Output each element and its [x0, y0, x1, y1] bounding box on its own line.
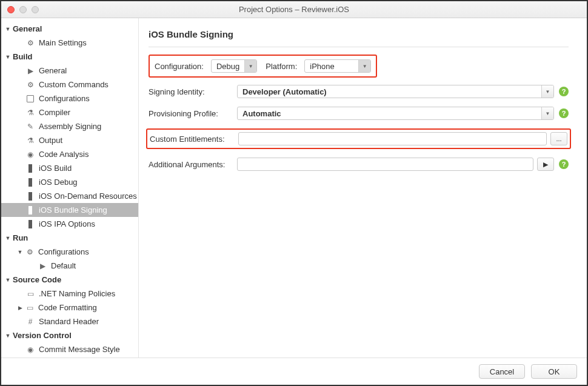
sidebar-item-configurations[interactable]: Configurations — [1, 92, 138, 105]
sidebar-item-label: iOS Bundle Signing — [39, 205, 107, 215]
sidebar-item-label: Commit Message Style — [39, 345, 120, 354]
provisioning-value: Automatic — [238, 107, 541, 119]
ok-button[interactable]: OK — [531, 364, 577, 379]
titlebar: Project Options – Reviewer.iOS — [1, 1, 587, 18]
additional-args-input[interactable] — [237, 158, 533, 171]
device-icon — [25, 219, 35, 229]
sidebar-item-label: Custom Commands — [39, 80, 109, 89]
window-title: Project Options – Reviewer.iOS — [1, 5, 587, 14]
device-icon — [25, 164, 35, 173]
sidebar-section-version-control[interactable]: ▼ Version Control — [1, 328, 138, 342]
sidebar-item-compiler[interactable]: ⚗ Compiler — [1, 105, 138, 119]
gear-icon: ⚙ — [25, 80, 35, 90]
flask-icon: ⚗ — [25, 136, 35, 145]
hash-icon: # — [25, 317, 35, 327]
configuration-select[interactable]: Debug ▼ — [211, 59, 257, 73]
platform-value: iPhone — [305, 60, 358, 72]
sidebar-item-label: Configurations — [38, 247, 89, 256]
sidebar-item-ios-bundle-signing[interactable]: iOS Bundle Signing — [1, 203, 138, 217]
chevron-down-icon: ▼ — [541, 107, 553, 119]
sidebar-item-label: Code Analysis — [39, 150, 89, 159]
chevron-down-icon: ▼ — [5, 277, 11, 283]
main-panel: iOS Bundle Signing Configuration: Debug … — [139, 18, 587, 358]
sidebar-item-ios-ipa-options[interactable]: iOS IPA Options — [1, 217, 138, 231]
chevron-down-icon: ▼ — [5, 54, 11, 60]
window-close-button[interactable] — [7, 6, 15, 13]
device-icon — [25, 178, 35, 187]
sidebar-item-label: Compiler — [39, 108, 70, 117]
traffic-lights — [1, 6, 39, 13]
chevron-down-icon: ▼ — [17, 249, 23, 255]
device-icon — [25, 205, 35, 215]
gear-icon: ⚙ — [25, 247, 35, 257]
play-icon: ▶ — [25, 66, 35, 76]
sidebar-item-label: Default — [51, 261, 76, 270]
sidebar-item-label: iOS On-Demand Resources — [39, 191, 137, 201]
provisioning-label: Provisioning Profile: — [149, 109, 233, 118]
sidebar-item-assembly-signing[interactable]: ✎ Assembly Signing — [1, 119, 138, 133]
window-minimize-button[interactable] — [19, 6, 27, 13]
platform-select[interactable]: iPhone ▼ — [304, 59, 371, 73]
sidebar-item-standard-header[interactable]: # Standard Header — [1, 314, 138, 328]
chevron-down-icon: ▼ — [541, 85, 553, 98]
footer: Cancel OK — [1, 358, 587, 385]
sidebar-item-label: iOS Debug — [39, 178, 78, 187]
additional-args-label: Additional Arguments: — [149, 160, 233, 169]
sidebar-section-label: Build — [13, 52, 33, 61]
provisioning-select[interactable]: Automatic ▼ — [237, 107, 554, 120]
sidebar-item-label: Assembly Signing — [39, 122, 101, 131]
arrow-button[interactable]: ▶ — [537, 158, 554, 171]
sidebar-item-code-analysis[interactable]: ◉ Code Analysis — [1, 147, 138, 161]
sidebar-section-build[interactable]: ▼ Build — [1, 50, 138, 64]
custom-entitlements-input[interactable] — [238, 132, 547, 145]
sidebar-item-run-default[interactable]: ▶ Default — [1, 259, 138, 273]
compiler-icon: ⚗ — [25, 108, 35, 118]
sidebar-item-ios-debug[interactable]: iOS Debug — [1, 175, 138, 189]
platform-label: Platform: — [266, 62, 297, 71]
sidebar-item-ios-on-demand[interactable]: iOS On-Demand Resources — [1, 189, 138, 203]
sidebar-item-label: iOS IPA Options — [39, 219, 95, 228]
sidebar-item-custom-commands[interactable]: ⚙ Custom Commands — [1, 78, 138, 92]
chevron-down-icon: ▼ — [358, 60, 370, 72]
rect-icon — [25, 94, 35, 104]
device-icon — [25, 191, 35, 201]
browse-button[interactable]: ... — [550, 132, 567, 145]
signing-identity-value: Developer (Automatic) — [238, 85, 541, 98]
sign-icon: ✎ — [25, 122, 35, 131]
sidebar-section-label: Version Control — [13, 331, 72, 340]
sidebar-item-label: Output — [39, 136, 62, 145]
config-platform-group: Configuration: Debug ▼ Platform: iPhone … — [149, 55, 377, 78]
sidebar-item-ios-build[interactable]: iOS Build — [1, 161, 138, 175]
sidebar-item-output[interactable]: ⚗ Output — [1, 133, 138, 147]
sidebar-item-label: Configurations — [39, 94, 90, 103]
sidebar-section-label: Run — [13, 233, 28, 242]
sidebar-item-build-general[interactable]: ▶ General — [1, 64, 138, 78]
sidebar-section-label: Source Code — [13, 275, 61, 284]
chevron-down-icon: ▼ — [244, 60, 256, 72]
help-icon[interactable]: ? — [559, 159, 569, 169]
sidebar-section-run[interactable]: ▼ Run — [1, 231, 138, 245]
sidebar: ▼ General ⚙ Main Settings ▼ Build ▶ Gene… — [1, 18, 139, 358]
sidebar-item-main-settings[interactable]: ⚙ Main Settings — [1, 36, 138, 50]
sidebar-item-net-naming[interactable]: ▭ .NET Naming Policies — [1, 287, 138, 301]
chevron-right-icon: ▶ — [17, 305, 23, 311]
sidebar-item-code-formatting[interactable]: ▶ ▭ Code Formatting — [1, 301, 138, 314]
sidebar-item-commit-style[interactable]: ◉ Commit Message Style — [1, 342, 138, 356]
help-icon[interactable]: ? — [559, 108, 569, 118]
target-icon: ◉ — [25, 150, 35, 159]
sidebar-section-general[interactable]: ▼ General — [1, 22, 138, 36]
signing-identity-select[interactable]: Developer (Automatic) ▼ — [237, 85, 554, 98]
sidebar-item-label: Code Formatting — [38, 303, 97, 312]
sidebar-item-label: .NET Naming Policies — [39, 289, 115, 298]
sidebar-item-run-configurations[interactable]: ▼ ⚙ Configurations — [1, 245, 138, 259]
custom-entitlements-label: Custom Entitlements: — [150, 135, 235, 144]
sidebar-section-source-code[interactable]: ▼ Source Code — [1, 273, 138, 287]
window-maximize-button[interactable] — [32, 6, 39, 13]
cancel-button[interactable]: Cancel — [479, 364, 525, 379]
check-icon: ◉ — [25, 345, 35, 354]
signing-identity-label: Signing Identity: — [149, 87, 233, 96]
sidebar-item-label: iOS Build — [39, 164, 72, 173]
page-title: iOS Bundle Signing — [149, 29, 569, 39]
sidebar-section-label: General — [13, 24, 42, 33]
help-icon[interactable]: ? — [559, 87, 569, 96]
